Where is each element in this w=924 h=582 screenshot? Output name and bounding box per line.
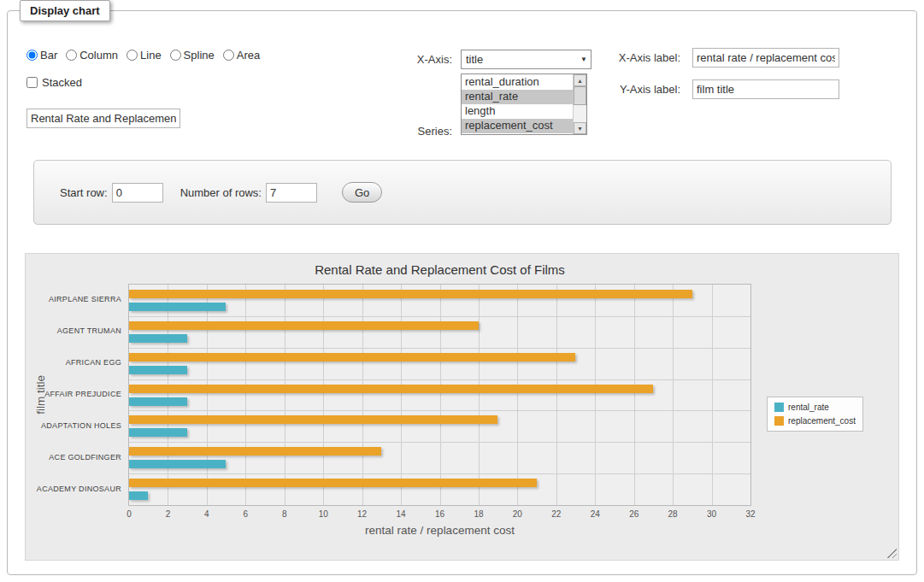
gridline — [362, 285, 363, 505]
stacked-checkbox[interactable] — [26, 77, 38, 88]
gridline — [712, 285, 713, 505]
scrollbar-thumb[interactable] — [574, 86, 586, 105]
legend-entry-replacement_cost: replacement_cost — [774, 416, 856, 426]
chart-legend-box: rental_ratereplacement_cost — [767, 397, 863, 432]
chart-type-radio-line[interactable] — [127, 50, 138, 61]
x-tick-label: 6 — [232, 509, 258, 519]
plot-area — [128, 284, 751, 506]
chart-type-radio-bar[interactable] — [26, 50, 38, 61]
category-label: ADAPTATION HOLES — [26, 421, 121, 430]
bar-replacement_cost — [129, 415, 497, 424]
series-option-rental_rate[interactable]: rental_rate — [462, 90, 573, 104]
gridline — [323, 285, 324, 505]
x-tick-label: 4 — [194, 509, 220, 519]
series-scrollbar[interactable]: ▲ ▼ — [573, 74, 586, 134]
chart-type-radio-column[interactable] — [66, 50, 77, 61]
bar-replacement_cost — [129, 290, 692, 298]
chart-type-radios: BarColumnLineSplineArea — [26, 49, 260, 62]
gridline — [401, 285, 402, 505]
chart-type-spline[interactable]: Spline — [170, 49, 215, 62]
chart-type-column[interactable]: Column — [66, 49, 118, 62]
chart-type-label: Spline — [184, 49, 215, 62]
chart-type-label: Bar — [40, 49, 57, 62]
stacked-label: Stacked — [42, 76, 82, 89]
gridline — [168, 285, 168, 505]
category-label: ACADEMY DINOSAUR — [26, 485, 121, 493]
gridline — [207, 285, 208, 505]
bar-replacement_cost — [129, 447, 381, 456]
bar-rental_rate — [129, 397, 187, 406]
gridline — [673, 285, 674, 505]
series-option-rental_duration[interactable]: rental_duration — [462, 75, 573, 90]
chart-type-radio-area[interactable] — [223, 50, 234, 61]
gridline — [129, 410, 750, 411]
x-tick-label: 18 — [466, 509, 491, 519]
rows-panel: Start row: Number of rows: Go — [33, 160, 892, 225]
gridline — [245, 285, 246, 505]
gridline — [129, 473, 750, 474]
bar-rental_rate — [129, 366, 187, 374]
gridline — [556, 285, 557, 505]
scroll-down-icon[interactable]: ▼ — [574, 122, 586, 134]
display-chart-panel: Display chart BarColumnLineSplineArea St… — [7, 10, 917, 575]
x-axis-label-caption: X-Axis label: — [591, 51, 680, 64]
start-row-input[interactable] — [112, 183, 163, 203]
bar-rental_rate — [129, 303, 226, 311]
gridline — [440, 285, 441, 505]
bar-replacement_cost — [129, 353, 575, 362]
scroll-up-icon[interactable]: ▲ — [574, 74, 586, 86]
bar-rental_rate — [129, 428, 187, 437]
gridline — [517, 285, 518, 505]
x-tick-label: 10 — [310, 509, 336, 519]
stacked-option[interactable]: Stacked — [26, 76, 82, 89]
x-tick-label: 32 — [738, 509, 763, 519]
y-axis-label-input[interactable] — [692, 79, 839, 99]
bar-replacement_cost — [129, 385, 653, 393]
bar-rental_rate — [129, 460, 226, 468]
x-tick-label: 0 — [116, 509, 142, 519]
category-label: AFRICAN EGG — [26, 358, 121, 367]
bar-rental_rate — [129, 491, 148, 500]
series-listbox[interactable]: rental_durationrental_ratelengthreplacem… — [461, 73, 587, 135]
x-tick-label: 2 — [155, 509, 180, 519]
x-tick-label: 28 — [660, 509, 686, 519]
legend-entry-rental_rate: rental_rate — [774, 403, 856, 412]
y-axis-label-caption: Y-Axis label: — [591, 83, 680, 96]
x-axis-label: X-Axis: — [367, 53, 452, 66]
x-tick-label: 12 — [350, 509, 375, 519]
x-axis-select[interactable]: title ▼ — [461, 50, 591, 69]
bar-rental_rate — [129, 334, 187, 343]
go-button[interactable]: Go — [342, 182, 382, 203]
series-option-replacement_cost[interactable]: replacement_cost — [462, 119, 573, 133]
series-listbox-options: rental_durationrental_ratelengthreplacem… — [462, 74, 573, 134]
dropdown-arrow-icon: ▼ — [580, 56, 587, 63]
category-label: AGENT TRUMAN — [26, 326, 121, 335]
bar-replacement_cost — [129, 321, 479, 330]
gridline — [129, 316, 750, 317]
x-tick-label: 14 — [388, 509, 414, 519]
category-label: AFFAIR PREJUDICE — [26, 390, 121, 398]
legend-label: rental_rate — [788, 403, 829, 412]
resize-handle-icon[interactable] — [886, 548, 897, 558]
gridline — [595, 285, 596, 505]
x-tick-label: 24 — [582, 509, 608, 519]
chart-type-line[interactable]: Line — [127, 49, 162, 62]
num-rows-input[interactable] — [266, 183, 317, 203]
gridline — [129, 442, 750, 443]
x-tick-label: 26 — [621, 509, 647, 519]
gridline — [634, 285, 635, 505]
chart-type-label: Column — [79, 49, 118, 62]
legend-label: replacement_cost — [788, 416, 856, 426]
x-axis-label-input[interactable] — [692, 48, 839, 68]
gridline — [479, 285, 480, 505]
display-chart-legend: Display chart — [20, 0, 110, 21]
chart-title-input[interactable] — [26, 109, 180, 128]
chart-type-area[interactable]: Area — [223, 49, 260, 62]
x-axis-select-value: title — [466, 53, 483, 66]
chart-type-radio-spline[interactable] — [170, 50, 181, 61]
chart-type-label: Area — [237, 49, 260, 62]
x-tick-label: 20 — [504, 509, 530, 519]
chart-type-bar[interactable]: Bar — [26, 49, 57, 62]
chart-container: Rental Rate and Replacement Cost of Film… — [25, 253, 899, 561]
series-option-length[interactable]: length — [462, 104, 573, 119]
